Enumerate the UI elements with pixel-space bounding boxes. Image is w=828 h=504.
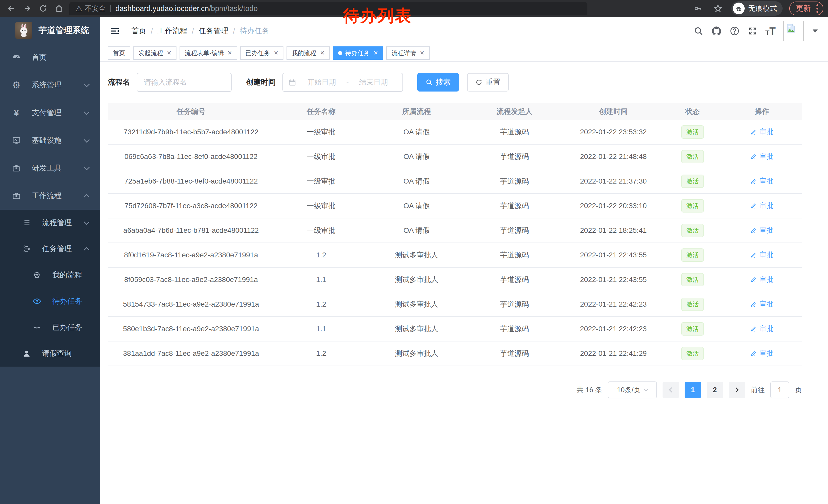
approve-link[interactable]: 审批 bbox=[750, 152, 773, 161]
cell-actions: 审批 bbox=[722, 275, 802, 284]
sidebar-item-label: 流程管理 bbox=[42, 218, 72, 228]
sidebar-item-todo-tasks[interactable]: 待办任务 bbox=[0, 288, 100, 314]
cell-actions: 审批 bbox=[722, 176, 802, 186]
approve-link[interactable]: 审批 bbox=[750, 349, 773, 358]
bookmark-star-icon[interactable] bbox=[711, 2, 724, 15]
sidebar-item-label: 支付管理 bbox=[32, 108, 61, 118]
cell-actions: 审批 bbox=[722, 127, 802, 137]
search-button[interactable]: 搜索 bbox=[417, 73, 459, 92]
approve-link[interactable]: 审批 bbox=[750, 324, 773, 333]
breadcrumb-home[interactable]: 首页 bbox=[131, 26, 146, 36]
approve-link[interactable]: 审批 bbox=[750, 275, 773, 284]
process-name-input[interactable] bbox=[137, 73, 232, 92]
browser-back-button[interactable] bbox=[5, 2, 18, 15]
sidebar-item-home[interactable]: 首页 bbox=[0, 44, 100, 71]
next-page-button[interactable] bbox=[729, 382, 745, 398]
close-icon[interactable]: ✕ bbox=[320, 50, 325, 56]
cell-process: 测试多审批人 bbox=[368, 275, 465, 284]
browser-forward-button[interactable] bbox=[20, 2, 34, 15]
close-icon[interactable]: ✕ bbox=[227, 50, 232, 56]
cell-process: 测试多审批人 bbox=[368, 324, 465, 334]
edit-icon bbox=[750, 325, 757, 332]
approve-link[interactable]: 审批 bbox=[750, 201, 773, 210]
close-icon[interactable]: ✕ bbox=[373, 50, 378, 56]
close-icon[interactable]: ✕ bbox=[167, 50, 171, 56]
approve-link[interactable]: 审批 bbox=[750, 250, 773, 260]
cell-initiator: 芋道源码 bbox=[465, 250, 564, 260]
cell-initiator: 芋道源码 bbox=[465, 176, 564, 186]
filter-bar: 流程名 创建时间 开始日期 - 结束日期 搜索 重置 bbox=[108, 73, 802, 92]
date-range-picker[interactable]: 开始日期 - 结束日期 bbox=[282, 73, 403, 92]
chevron-down-icon bbox=[84, 137, 90, 143]
url-path: /bpm/task/todo bbox=[209, 4, 257, 13]
toolbox-icon bbox=[11, 164, 22, 173]
avatar-caret-icon[interactable] bbox=[813, 30, 818, 33]
address-bar[interactable]: ⚠ 不安全 dashboard.yudao.iocoder.cn /bpm/ta… bbox=[69, 2, 587, 15]
sidebar-menu: 首页 ⚙ 系统管理 ¥ 支付管理 基础设施 bbox=[0, 44, 100, 367]
list-icon bbox=[22, 219, 32, 227]
approve-link[interactable]: 审批 bbox=[750, 127, 773, 136]
tab-done-tasks[interactable]: 已办任务✕ bbox=[240, 46, 283, 60]
page-2-button[interactable]: 2 bbox=[707, 382, 723, 398]
col-created: 创建时间 bbox=[564, 107, 663, 117]
sidebar-item-task-management[interactable]: 任务管理 bbox=[0, 236, 100, 262]
tab-my-process[interactable]: 我的流程✕ bbox=[287, 46, 330, 60]
end-date-placeholder[interactable]: 结束日期 bbox=[350, 78, 397, 87]
sidebar-item-system[interactable]: ⚙ 系统管理 bbox=[0, 71, 100, 99]
github-icon[interactable] bbox=[711, 26, 722, 36]
chevron-down-icon bbox=[84, 165, 90, 171]
password-key-icon[interactable] bbox=[691, 2, 705, 15]
sidebar-item-devtools[interactable]: 研发工具 bbox=[0, 154, 100, 182]
tab-form-edit[interactable]: 流程表单-编辑✕ bbox=[179, 46, 237, 60]
sidebar-item-workflow[interactable]: 工作流程 bbox=[0, 182, 100, 210]
tab-todo-tasks[interactable]: 待办任务✕ bbox=[333, 46, 383, 60]
browser-home-button[interactable] bbox=[52, 2, 66, 15]
start-date-placeholder[interactable]: 开始日期 bbox=[298, 78, 345, 87]
close-icon[interactable]: ✕ bbox=[420, 50, 424, 56]
close-icon[interactable]: ✕ bbox=[274, 50, 278, 56]
sidebar-item-label: 我的流程 bbox=[52, 270, 82, 280]
browser-update-button[interactable]: 更新 bbox=[789, 2, 823, 15]
cell-initiator: 芋道源码 bbox=[465, 324, 564, 334]
sidebar-collapse-icon[interactable] bbox=[108, 24, 122, 38]
sidebar-logo[interactable]: 芋道管理系统 bbox=[0, 17, 100, 44]
table-body: 73211d9d-7b9b-11ec-b5b7-acde48001122 一级审… bbox=[108, 120, 802, 366]
yen-icon: ¥ bbox=[11, 108, 22, 118]
reset-button[interactable]: 重置 bbox=[467, 73, 509, 92]
sidebar-item-done-tasks[interactable]: 已办任务 bbox=[0, 314, 100, 340]
incognito-icon bbox=[733, 3, 745, 14]
approve-link[interactable]: 审批 bbox=[750, 176, 773, 186]
status-badge: 激活 bbox=[681, 150, 704, 163]
font-size-icon[interactable]: TT bbox=[765, 26, 776, 37]
cell-status: 激活 bbox=[663, 150, 722, 163]
breadcrumb-task-management[interactable]: 任务管理 bbox=[199, 26, 228, 36]
sidebar-item-infrastructure[interactable]: 基础设施 bbox=[0, 127, 100, 154]
fullscreen-icon[interactable] bbox=[747, 26, 758, 36]
avatar[interactable] bbox=[783, 21, 804, 41]
tab-start-process[interactable]: 发起流程✕ bbox=[133, 46, 176, 60]
page-size-select[interactable]: 10条/页 bbox=[608, 381, 657, 398]
approve-link[interactable]: 审批 bbox=[750, 226, 773, 235]
cell-process: OA 请假 bbox=[368, 176, 465, 186]
status-badge: 激活 bbox=[681, 199, 704, 213]
workflow-submenu: 流程管理 任务管理 我的流程 bbox=[0, 210, 100, 367]
create-time-label: 创建时间 bbox=[246, 77, 276, 87]
sidebar-item-label: 待办任务 bbox=[52, 296, 82, 306]
page-1-button[interactable]: 1 bbox=[685, 382, 701, 398]
browser-menu-icon[interactable] bbox=[816, 3, 819, 14]
prev-page-button[interactable] bbox=[663, 382, 679, 398]
help-icon[interactable] bbox=[730, 26, 740, 36]
sidebar-item-process-management[interactable]: 流程管理 bbox=[0, 210, 100, 236]
tab-home[interactable]: 首页 bbox=[108, 46, 130, 60]
search-icon[interactable] bbox=[694, 26, 703, 36]
total-count: 共 16 条 bbox=[577, 385, 602, 395]
breadcrumb-workflow[interactable]: 工作流程 bbox=[158, 26, 187, 36]
cell-task-name: 一级审批 bbox=[274, 127, 368, 137]
sidebar-item-payment[interactable]: ¥ 支付管理 bbox=[0, 99, 100, 127]
browser-reload-button[interactable] bbox=[36, 2, 50, 15]
goto-page-input[interactable] bbox=[770, 381, 789, 398]
sidebar-item-my-process[interactable]: 我的流程 bbox=[0, 262, 100, 288]
tab-process-detail[interactable]: 流程详情✕ bbox=[386, 46, 429, 60]
approve-link[interactable]: 审批 bbox=[750, 300, 773, 309]
sidebar-item-leave-query[interactable]: 请假查询 bbox=[0, 340, 100, 367]
